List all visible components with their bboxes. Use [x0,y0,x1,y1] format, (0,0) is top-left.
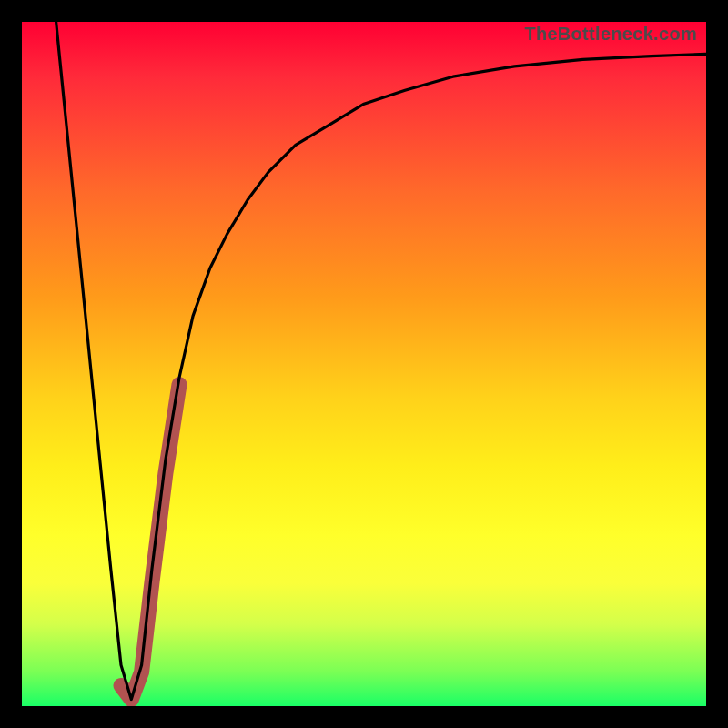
chart-frame: TheBottleneck.com [0,0,728,728]
chart-svg [22,22,706,706]
plot-area: TheBottleneck.com [22,22,706,706]
